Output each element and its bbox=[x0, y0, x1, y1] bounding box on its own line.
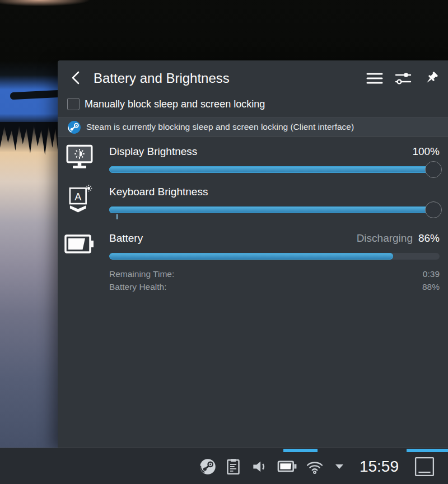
battery-label: Battery bbox=[109, 232, 143, 245]
tray-network-button[interactable] bbox=[301, 459, 328, 474]
clock[interactable]: 15:59 bbox=[351, 449, 410, 484]
header-actions bbox=[366, 71, 439, 86]
tray-volume-button[interactable] bbox=[246, 459, 273, 474]
clipboard-icon bbox=[226, 458, 241, 475]
display-brightness-value: 100% bbox=[412, 145, 440, 158]
hamburger-icon bbox=[366, 72, 383, 85]
battery-percent: 86% bbox=[418, 232, 440, 244]
display-brightness-slider-handle[interactable] bbox=[425, 161, 442, 178]
back-button[interactable] bbox=[69, 71, 83, 85]
display-brightness-slider[interactable] bbox=[109, 166, 440, 173]
keyboard-brightness-slider-handle[interactable] bbox=[425, 201, 442, 218]
battery-status-text: Discharging bbox=[357, 232, 413, 244]
wallpaper-tree-reflection bbox=[0, 122, 62, 158]
display-brightness-slider-fill bbox=[109, 166, 440, 173]
battery-brightness-popup: Battery and Brightness bbox=[58, 60, 448, 448]
display-brightness-label: Display Brightness bbox=[109, 145, 197, 158]
manually-block-checkbox-label: Manually block sleep and screen locking bbox=[85, 98, 265, 110]
steam-tray-icon bbox=[199, 458, 216, 475]
manually-block-checkbox-row[interactable]: Manually block sleep and screen locking bbox=[67, 96, 265, 112]
pushpin-icon bbox=[423, 71, 439, 86]
page-title: Battery and Brightness bbox=[94, 69, 230, 87]
keyboard-brightness-label: Keyboard Brightness bbox=[109, 186, 208, 198]
keyboard-brightness-slider-fill bbox=[109, 206, 440, 213]
keyboard-brightness-tick bbox=[116, 214, 118, 219]
battery-icon bbox=[64, 233, 95, 255]
remaining-time-label: Remaining Time: bbox=[109, 269, 174, 279]
battery-status: Discharging86% bbox=[357, 232, 440, 245]
keyboard-brightness-icon: A bbox=[68, 185, 92, 213]
steam-icon bbox=[67, 120, 81, 134]
tray-battery-button[interactable] bbox=[273, 459, 301, 473]
overflow-menu-button[interactable] bbox=[366, 72, 383, 85]
monitor-brightness-icon bbox=[66, 144, 93, 170]
keyboard-brightness-slider[interactable] bbox=[109, 206, 440, 213]
inhibition-notice-text: Steam is currently blocking sleep and sc… bbox=[86, 122, 354, 132]
battery-progress-fill bbox=[109, 253, 393, 260]
battery-detail-row: Remaining Time: 0:39 bbox=[109, 269, 440, 279]
battery-tray-icon bbox=[277, 459, 297, 473]
remaining-time-value: 0:39 bbox=[423, 269, 440, 279]
battery-detail-row: Battery Health: 88% bbox=[109, 282, 440, 292]
inhibition-notice: Steam is currently blocking sleep and sc… bbox=[58, 118, 448, 137]
show-desktop-button[interactable] bbox=[410, 457, 439, 477]
tray-clipboard-button[interactable] bbox=[221, 458, 246, 475]
battery-progress-bar bbox=[109, 253, 440, 260]
manually-block-checkbox[interactable] bbox=[67, 98, 80, 110]
pin-button[interactable] bbox=[423, 71, 439, 86]
battery-health-value: 88% bbox=[422, 282, 440, 292]
svg-text:A: A bbox=[74, 191, 82, 203]
configure-button[interactable] bbox=[394, 71, 412, 86]
chevron-down-icon bbox=[334, 463, 344, 470]
show-desktop-icon bbox=[414, 457, 435, 477]
chevron-left-icon bbox=[69, 71, 83, 85]
wallpaper-log-shape bbox=[10, 90, 62, 100]
battery-health-label: Battery Health: bbox=[109, 282, 167, 292]
tray-steam-button[interactable] bbox=[195, 458, 221, 475]
system-tray: 15:59 bbox=[195, 449, 448, 484]
tray-expand-button[interactable] bbox=[328, 463, 351, 470]
sliders-icon bbox=[394, 71, 412, 86]
speaker-icon bbox=[251, 459, 268, 474]
taskbar: 15:59 bbox=[0, 448, 448, 484]
wifi-icon bbox=[306, 459, 324, 474]
